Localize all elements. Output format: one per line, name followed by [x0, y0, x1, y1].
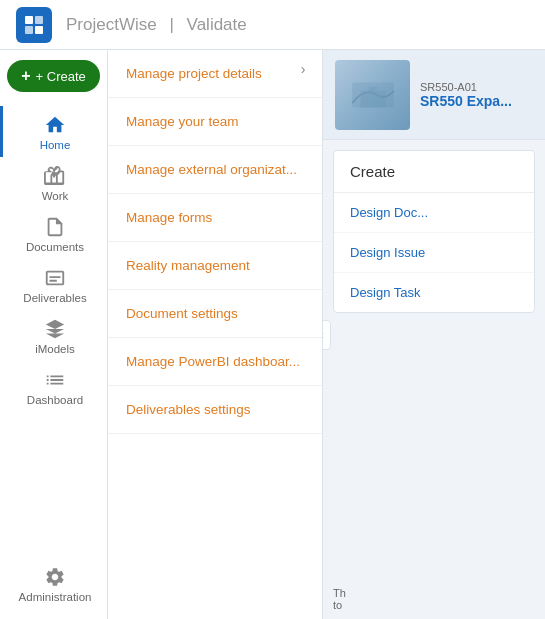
sidebar-item-work[interactable]: Work: [0, 157, 107, 208]
plus-icon: +: [21, 67, 30, 85]
bottom-status: Th to: [323, 579, 545, 619]
dropdown-item-document-settings[interactable]: Document settings: [108, 290, 322, 338]
create-item-label: Design Task: [350, 285, 421, 300]
main-layout: + + Create Home Work Documents: [0, 50, 545, 619]
dropdown-item-manage-powerbi[interactable]: Manage PowerBI dashboar...: [108, 338, 322, 386]
create-item-label: Design Issue: [350, 245, 425, 260]
dropdown-item-manage-forms[interactable]: Manage forms: [108, 194, 322, 242]
sidebar-administration-label: Administration: [19, 591, 92, 603]
sidebar-item-deliverables[interactable]: Deliverables: [0, 259, 107, 310]
svg-rect-0: [25, 16, 33, 24]
sidebar: + + Create Home Work Documents: [0, 50, 108, 619]
project-info: SR550-A01 SR550 Expa...: [420, 81, 533, 109]
status-line2: to: [333, 599, 535, 611]
create-button-label: + Create: [36, 69, 86, 84]
app-header: ProjectWise | Validate: [0, 0, 545, 50]
menu-item-label: Manage PowerBI dashboar...: [126, 354, 300, 369]
project-name: SR550 Expa...: [420, 93, 533, 109]
create-button[interactable]: + + Create: [7, 60, 100, 92]
dropdown-item-manage-external-org[interactable]: Manage external organizat...: [108, 146, 322, 194]
project-card: SR550-A01 SR550 Expa...: [323, 50, 545, 140]
sidebar-deliverables-label: Deliverables: [23, 292, 86, 304]
documents-icon: [44, 216, 66, 238]
menu-item-label: Manage your team: [126, 114, 239, 129]
project-thumbnail: [335, 60, 410, 130]
create-panel-title: Create: [334, 151, 534, 193]
work-icon: [44, 165, 66, 187]
dropdown-item-manage-project-details[interactable]: Manage project details: [108, 50, 322, 98]
menu-item-label: Manage forms: [126, 210, 212, 225]
create-panel-item-design-task[interactable]: Design Task: [334, 273, 534, 312]
menu-item-label: Manage project details: [126, 66, 262, 81]
home-icon: [44, 114, 66, 136]
create-panel: Create Design Doc... Design Issue Design…: [333, 150, 535, 313]
administration-icon: [44, 566, 66, 588]
status-line1: Th: [333, 587, 535, 599]
create-item-label: Design Doc...: [350, 205, 428, 220]
deliverables-icon: [44, 267, 66, 289]
svg-rect-2: [25, 26, 33, 34]
sidebar-item-dashboard[interactable]: Dashboard: [0, 361, 107, 412]
dropdown-item-manage-your-team[interactable]: Manage your team: [108, 98, 322, 146]
sidebar-documents-label: Documents: [26, 241, 84, 253]
sidebar-imodels-label: iModels: [35, 343, 75, 355]
menu-item-label: Document settings: [126, 306, 238, 321]
sidebar-work-label: Work: [42, 190, 69, 202]
header-title: ProjectWise | Validate: [62, 15, 251, 35]
collapse-panel-button[interactable]: ›: [292, 58, 314, 80]
create-panel-item-design-issue[interactable]: Design Issue: [334, 233, 534, 273]
dropdown-item-deliverables-settings[interactable]: Deliverables settings: [108, 386, 322, 434]
sidebar-item-home[interactable]: Home: [0, 106, 107, 157]
dropdown-panel: › Manage project details Manage your tea…: [108, 50, 323, 619]
imodels-icon: [44, 318, 66, 340]
sidebar-item-imodels[interactable]: iModels: [0, 310, 107, 361]
svg-rect-1: [35, 16, 43, 24]
right-collapse-arrow[interactable]: ‹: [323, 320, 331, 350]
sidebar-home-label: Home: [40, 139, 71, 151]
right-content-area: ‹ SR550-A01 SR550 Expa... Create Design …: [323, 50, 545, 619]
sidebar-item-documents[interactable]: Documents: [0, 208, 107, 259]
sidebar-dashboard-label: Dashboard: [27, 394, 83, 406]
app-logo: [16, 7, 52, 43]
sidebar-bottom: Administration: [0, 558, 107, 619]
project-id: SR550-A01: [420, 81, 533, 93]
menu-item-label: Deliverables settings: [126, 402, 251, 417]
menu-item-label: Manage external organizat...: [126, 162, 297, 177]
create-panel-item-design-doc[interactable]: Design Doc...: [334, 193, 534, 233]
dropdown-item-reality-management[interactable]: Reality management: [108, 242, 322, 290]
menu-item-label: Reality management: [126, 258, 250, 273]
sidebar-item-administration[interactable]: Administration: [0, 558, 107, 609]
svg-rect-3: [35, 26, 43, 34]
dashboard-icon: [44, 369, 66, 391]
